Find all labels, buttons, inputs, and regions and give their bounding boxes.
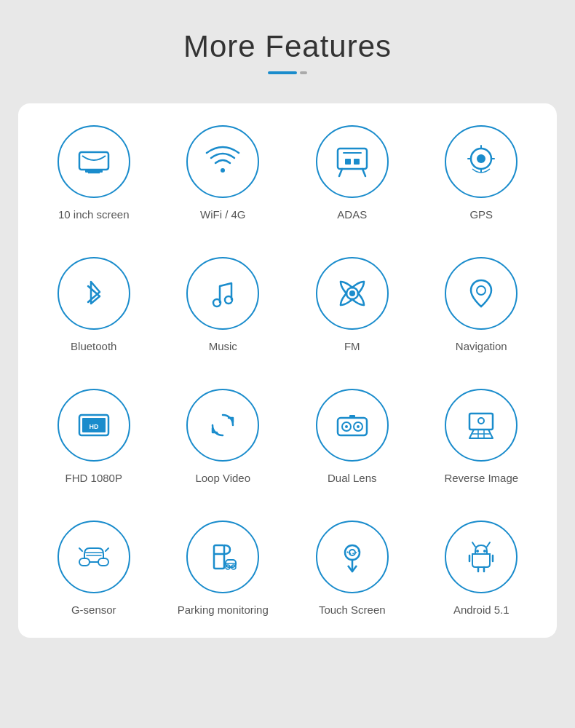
reverse-icon [445,389,518,462]
gsensor-icon [58,521,130,593]
wifi-label: WiFi / 4G [200,208,246,221]
feature-loop: Loop Video [162,389,285,484]
underline-dot [300,71,307,74]
feature-music: Music [162,257,285,352]
fhd-label: FHD 1080P [66,472,122,484]
features-grid: 10 inch screen WiFi / 4G [33,125,542,616]
screen-icon [58,125,130,198]
touch-label: Touch Screen [319,604,386,616]
svg-point-12 [477,286,485,295]
fm-label: FM [344,340,360,352]
adas-icon [316,125,389,198]
fm-icon [316,257,389,330]
screen-label: 10 inch screen [58,208,130,221]
parking-icon [186,521,259,593]
svg-point-2 [221,168,225,173]
reverse-label: Reverse Image [444,472,518,484]
feature-parking: Parking monitoring [162,521,285,616]
svg-point-19 [345,425,348,428]
svg-point-36 [476,550,479,553]
duallens-label: Dual Lens [328,472,377,484]
loop-label: Loop Video [195,472,250,484]
svg-rect-22 [469,414,493,430]
svg-rect-3 [338,149,367,169]
gps-label: GPS [469,208,493,221]
feature-fhd: HD FHD 1080P [33,389,155,484]
page-header: More Features [0,0,575,89]
feature-gps: GPS [421,125,543,221]
bluetooth-label: Bluetooth [71,340,116,352]
svg-rect-5 [354,159,360,165]
svg-rect-21 [349,415,355,418]
svg-point-23 [478,418,484,424]
wifi-icon [186,125,259,198]
feature-bluetooth: Bluetooth [33,257,155,352]
svg-text:HD: HD [89,423,98,430]
adas-label: ADAS [337,208,367,221]
features-card: 10 inch screen WiFi / 4G [18,103,557,638]
navigation-label: Navigation [456,340,507,352]
loop-icon [186,389,259,462]
svg-rect-25 [98,558,108,566]
navigation-icon [445,257,518,330]
music-icon [186,257,259,330]
feature-fm: FM [291,257,413,352]
feature-android: Android 5.1 [421,521,543,616]
title-underline [0,71,575,74]
svg-point-31 [349,550,355,555]
music-label: Music [209,340,237,352]
feature-duallens: Dual Lens [291,389,413,484]
feature-screen: 10 inch screen [33,125,155,221]
svg-point-37 [483,550,486,553]
feature-reverse: Reverse Image [421,389,543,484]
feature-wifi: WiFi / 4G [162,125,285,221]
feature-navigation: Navigation [421,257,543,352]
parking-label: Parking monitoring [178,604,269,616]
svg-point-7 [477,154,485,163]
svg-rect-4 [345,159,351,165]
fhd-icon: HD [58,389,130,462]
feature-adas: ADAS [291,125,413,221]
svg-rect-26 [214,545,224,569]
svg-point-11 [349,290,355,296]
svg-point-20 [357,425,360,428]
page-title: More Features [0,29,575,64]
gps-icon [445,125,518,198]
android-icon [445,521,518,593]
feature-gsensor: G-sensor [33,521,155,616]
duallens-icon [316,389,389,462]
feature-touch: Touch Screen [291,521,413,616]
android-label: Android 5.1 [453,604,509,616]
touch-icon [316,521,389,593]
bluetooth-icon [58,257,130,330]
underline-accent [268,71,297,74]
svg-rect-24 [79,558,90,566]
gsensor-label: G-sensor [71,604,116,616]
